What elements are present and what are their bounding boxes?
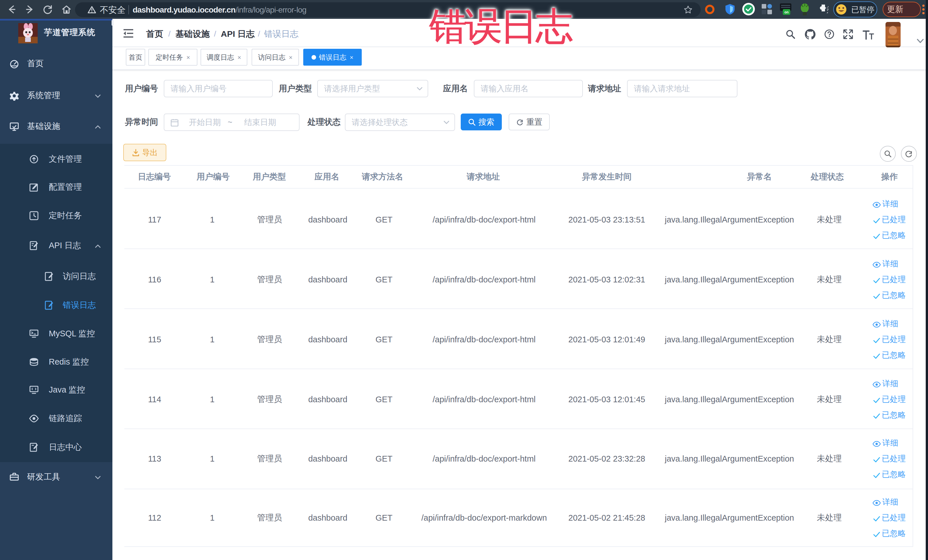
svg-text:on: on: [785, 10, 789, 14]
